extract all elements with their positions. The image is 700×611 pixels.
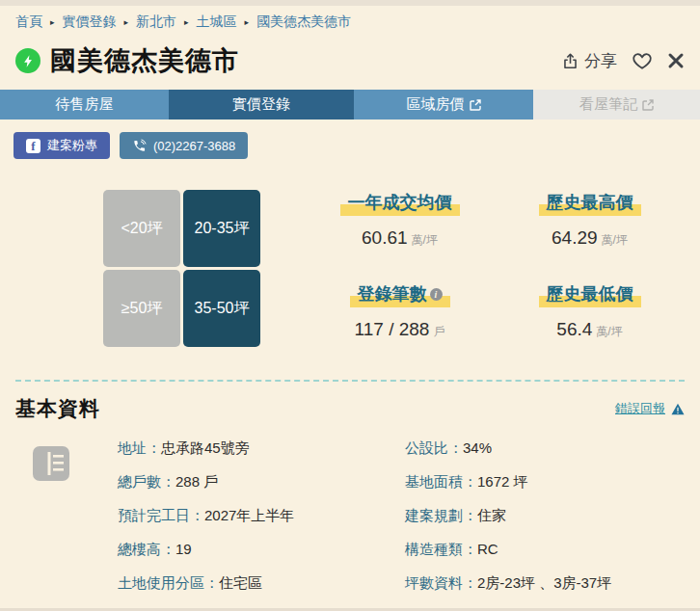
price-summary: <20坪20-35坪≥50坪35-50坪 一年成交均價60.61萬/坪歷史最高價… <box>0 190 700 347</box>
field-總戶數: 總戶數：288 戶 <box>118 471 405 492</box>
stat-title: 歷史最低價 <box>545 282 635 306</box>
stat-unit: 萬/坪 <box>412 233 438 247</box>
stat-block: 歷史最高價64.29萬/坪 <box>495 191 685 255</box>
info-icon[interactable]: i <box>430 288 443 301</box>
header: 國美德杰美德市 分享 <box>0 35 700 90</box>
size-segment[interactable]: 35-50坪 <box>183 270 260 347</box>
external-link-icon <box>642 99 654 111</box>
field-value: 忠承路45號旁 <box>161 439 250 456</box>
field-value: 34% <box>463 439 492 456</box>
error-report-label: 錯誤回報 <box>615 400 665 417</box>
field-label: 公設比： <box>405 439 463 456</box>
tab-label: 區域房價 <box>407 95 465 114</box>
fan-page-button[interactable]: f 建案粉專 <box>13 132 110 159</box>
stat-unit: 萬/坪 <box>596 325 622 338</box>
share-button[interactable]: 分享 <box>561 50 617 72</box>
page-title: 國美德杰美德市 <box>50 43 239 78</box>
field-value: 住宅區 <box>219 574 262 591</box>
field-土地使用分區: 土地使用分區：住宅區 <box>118 572 405 594</box>
field-總樓高: 總樓高：19 <box>118 539 405 560</box>
breadcrumb-separator: ▸ <box>245 18 250 27</box>
breadcrumb-item[interactable]: 國美德杰美德市 <box>256 13 351 31</box>
stat-title: 一年成交均價 <box>346 191 454 214</box>
stat-value: 64.29 <box>552 227 598 248</box>
close-icon[interactable] <box>667 52 685 69</box>
field-label: 坪數資料： <box>405 574 477 591</box>
field-label: 建案規劃： <box>405 507 477 523</box>
field-value: RC <box>477 541 498 557</box>
breadcrumb-separator: ▸ <box>184 18 189 27</box>
breadcrumb-item[interactable]: 新北市 <box>136 13 176 31</box>
favorite-heart-icon[interactable] <box>632 51 653 70</box>
stat-value: 60.61 <box>362 227 408 248</box>
field-建案規劃: 建案規劃：住家 <box>405 505 611 526</box>
fields-grid: 地址：忠承路45號旁公設比：34%總戶數：288 戶基地面積：1672 坪預計完… <box>118 438 611 594</box>
size-segment-grid: <20坪20-35坪≥50坪35-50坪 <box>103 190 260 347</box>
basic-info-header: 基本資料 錯誤回報 <box>0 382 700 432</box>
tab-label: 待售房屋 <box>56 95 114 114</box>
field-地址: 地址：忠承路45號旁 <box>118 438 405 459</box>
phone-icon <box>132 139 147 153</box>
field-公設比: 公設比：34% <box>405 438 611 459</box>
stat-unit: 萬/坪 <box>602 233 628 247</box>
field-value: 2房-23坪 、3房-37坪 <box>477 574 611 591</box>
warning-icon <box>671 403 685 415</box>
field-label: 基地面積： <box>405 473 477 490</box>
field-label: 預計完工日： <box>118 507 204 523</box>
tab-label: 實價登錄 <box>232 95 290 114</box>
flash-icon <box>15 48 40 73</box>
share-icon <box>561 52 579 70</box>
field-label: 構造種類： <box>405 541 477 557</box>
phone-label: (02)2267-3688 <box>153 139 235 153</box>
breadcrumb: 首頁▸實價登錄▸新北市▸土城區▸國美德杰美德市 <box>0 6 700 35</box>
section-title: 基本資料 <box>15 395 100 422</box>
stat-block: 登錄筆數i117 / 288戶 <box>305 282 495 347</box>
field-label: 總樓高： <box>118 541 175 557</box>
facebook-icon: f <box>26 139 40 153</box>
breadcrumb-item[interactable]: 土城區 <box>197 13 237 31</box>
field-value: 2027年上半年 <box>204 507 294 523</box>
field-value: 288 戶 <box>175 473 218 490</box>
field-預計完工日: 預計完工日：2027年上半年 <box>118 505 405 526</box>
stat-block: 一年成交均價60.61萬/坪 <box>305 191 495 255</box>
breadcrumb-item[interactable]: 首頁 <box>15 13 42 31</box>
field-value: 1672 坪 <box>477 473 528 490</box>
field-label: 總戶數： <box>118 473 175 490</box>
stat-block: 歷史最低價56.4萬/坪 <box>495 282 685 347</box>
external-link-icon <box>470 99 481 111</box>
tab-看屋筆記: 看屋筆記 <box>533 90 700 120</box>
phone-button[interactable]: (02)2267-3688 <box>120 132 248 159</box>
contact-actions: f 建案粉專 (02)2267-3688 <box>0 120 700 159</box>
error-report-link[interactable]: 錯誤回報 <box>615 400 685 417</box>
tab-bar: 待售房屋實價登錄區域房價看屋筆記 <box>0 90 700 120</box>
building-doc-icon <box>32 443 70 594</box>
share-label: 分享 <box>584 50 617 72</box>
breadcrumb-separator: ▸ <box>50 18 55 27</box>
field-構造種類: 構造種類：RC <box>405 539 611 560</box>
stats-grid: 一年成交均價60.61萬/坪歷史最高價64.29萬/坪登錄筆數i117 / 28… <box>305 191 685 347</box>
stat-value: 56.4 <box>556 319 592 339</box>
field-value: 住家 <box>477 507 506 523</box>
breadcrumb-item[interactable]: 實價登錄 <box>63 13 117 31</box>
tab-label: 看屋筆記 <box>579 95 637 114</box>
stat-title: 歷史最高價 <box>545 191 635 214</box>
field-value: 19 <box>175 541 192 557</box>
tab-區域房價[interactable]: 區域房價 <box>354 90 533 120</box>
size-segment[interactable]: <20坪 <box>103 190 180 267</box>
tab-實價登錄[interactable]: 實價登錄 <box>169 90 354 120</box>
fan-page-label: 建案粉專 <box>47 137 97 154</box>
basic-info-body: 地址：忠承路45號旁公設比：34%總戶數：288 戶基地面積：1672 坪預計完… <box>0 432 700 594</box>
field-坪數資料: 坪數資料：2房-23坪 、3房-37坪 <box>405 572 611 594</box>
size-segment[interactable]: 20-35坪 <box>183 190 260 267</box>
stat-title: 登錄筆數i <box>356 282 444 306</box>
size-segment[interactable]: ≥50坪 <box>103 270 180 347</box>
tab-待售房屋[interactable]: 待售房屋 <box>0 90 169 120</box>
stat-value: 117 / 288 <box>355 319 430 339</box>
breadcrumb-separator: ▸ <box>124 18 129 27</box>
stat-unit: 戶 <box>433 325 444 338</box>
field-label: 地址： <box>118 439 161 456</box>
header-actions: 分享 <box>561 50 685 72</box>
field-基地面積: 基地面積：1672 坪 <box>405 471 611 492</box>
field-label: 土地使用分區： <box>118 574 219 591</box>
